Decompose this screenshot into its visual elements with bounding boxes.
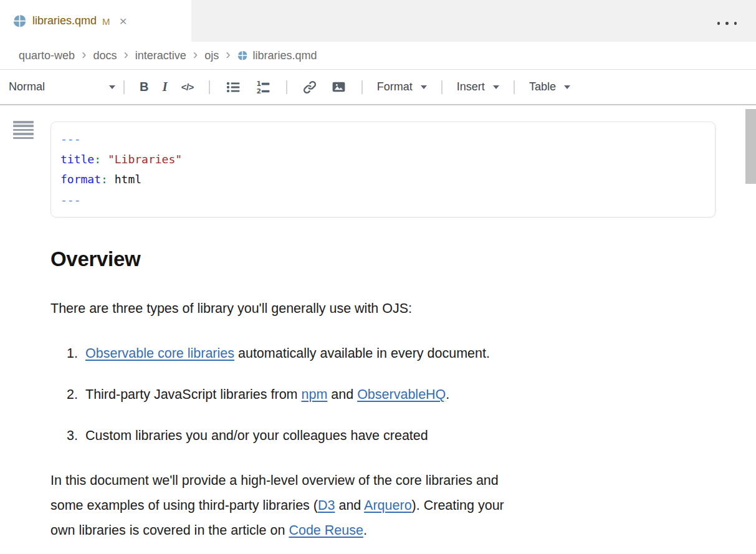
insert-menu-label: Insert	[457, 80, 485, 93]
inline-code-button[interactable]: </>	[181, 82, 194, 92]
table-menu[interactable]: Table	[529, 80, 570, 93]
list-item-third-party[interactable]: Third-party JavaScript libraries from np…	[82, 382, 756, 407]
list-item-text: automatically available in every documen…	[234, 346, 490, 361]
list-item-text: .	[446, 387, 449, 402]
tab-libraries-qmd[interactable]: libraries.qmd M ×	[0, 0, 191, 42]
scrollbar-thumb[interactable]	[745, 109, 756, 184]
quarto-icon	[13, 14, 26, 27]
breadcrumb-item-docs[interactable]: docs	[93, 49, 117, 62]
image-button[interactable]	[331, 79, 347, 95]
yaml-front-matter-block[interactable]: --- title: "Libraries" format: html ---	[50, 122, 715, 217]
paragraph-style-value: Normal	[9, 80, 45, 93]
closing-paragraph[interactable]: In this document we'll provide a high-le…	[50, 468, 699, 543]
dot	[734, 22, 737, 25]
chevron-down-icon	[493, 85, 499, 89]
chevron-down-icon	[109, 85, 115, 89]
quarto-icon	[237, 50, 247, 60]
toolbar-divider	[361, 80, 363, 94]
svg-text:2: 2	[256, 87, 261, 95]
toolbar-divider	[441, 80, 443, 94]
list-item-core-libraries[interactable]: Observable core libraries automatically …	[82, 341, 756, 366]
editor-content: --- title: "Libraries" format: html --- …	[0, 105, 756, 554]
chevron-right-icon: ›	[193, 47, 198, 65]
link-code-reuse[interactable]: Code Reuse	[289, 523, 363, 538]
paragraph-style-dropdown[interactable]: Normal	[9, 80, 115, 93]
dot	[717, 22, 720, 25]
insert-menu[interactable]: Insert	[457, 80, 499, 93]
format-menu-label: Format	[377, 80, 413, 93]
tab-title: libraries.qmd	[32, 14, 97, 27]
yaml-line: ---	[60, 190, 706, 211]
paragraph-text: and	[335, 498, 364, 513]
bullet-list-button[interactable]	[225, 79, 241, 95]
link-button[interactable]	[302, 80, 317, 95]
bullet-list-icon	[225, 79, 241, 95]
close-icon[interactable]: ×	[120, 14, 127, 27]
link-observablehq[interactable]: ObservableHQ	[357, 387, 446, 402]
chevron-down-icon	[564, 85, 570, 89]
formatting-toolbar: Normal B I </> 1 2	[0, 70, 756, 105]
modified-badge: M	[102, 15, 110, 27]
toolbar-divider	[514, 80, 515, 94]
chevron-right-icon: ›	[82, 47, 86, 65]
heading-overview[interactable]: Overview	[50, 247, 756, 271]
toolbar-divider	[209, 80, 210, 94]
italic-button[interactable]: I	[162, 79, 167, 95]
image-icon	[331, 79, 347, 95]
link-observable-core-libraries[interactable]: Observable core libraries	[85, 346, 234, 361]
link-d3[interactable]: D3	[318, 498, 335, 513]
yaml-line: format: html	[60, 170, 706, 190]
breadcrumb-item-interactive[interactable]: interactive	[135, 49, 186, 62]
format-menu[interactable]: Format	[377, 80, 427, 93]
tab-bar: libraries.qmd M ×	[0, 0, 756, 42]
intro-paragraph[interactable]: There are three types of library you'll …	[50, 296, 756, 321]
table-menu-label: Table	[529, 80, 556, 93]
toolbar-divider	[286, 80, 287, 94]
intro-text: There are three types of library you'll …	[50, 301, 412, 316]
chevron-right-icon: ›	[226, 47, 230, 65]
library-types-list: Observable core libraries automatically …	[50, 341, 756, 448]
dot	[725, 22, 729, 25]
chevron-down-icon	[421, 85, 427, 89]
list-item-text: Third-party JavaScript libraries from	[85, 387, 301, 402]
link-npm[interactable]: npm	[301, 387, 327, 402]
list-item-text: and	[327, 387, 357, 402]
breadcrumb: quarto-web › docs › interactive › ojs › …	[0, 42, 756, 70]
numbered-list-button[interactable]: 1 2	[255, 79, 271, 95]
toolbar-divider	[123, 80, 125, 94]
list-item-text: Custom libraries you and/or your colleag…	[85, 428, 428, 443]
bold-button[interactable]: B	[140, 80, 148, 94]
numbered-list-icon: 1 2	[255, 79, 271, 95]
link-icon	[302, 80, 317, 95]
visual-editor-window: libraries.qmd M × quarto-web › docs › in…	[0, 0, 756, 554]
paragraph-text: .	[363, 523, 367, 538]
breadcrumb-item-file[interactable]: libraries.qmd	[252, 49, 317, 62]
chevron-right-icon: ›	[123, 47, 128, 65]
link-arquero[interactable]: Arquero	[364, 498, 412, 513]
block-drag-handle-icon[interactable]	[13, 121, 34, 141]
list-item-custom-libraries[interactable]: Custom libraries you and/or your colleag…	[82, 423, 756, 448]
yaml-line: ---	[60, 129, 706, 150]
breadcrumb-item-quarto-web[interactable]: quarto-web	[19, 49, 75, 62]
breadcrumb-item-ojs[interactable]: ojs	[204, 49, 219, 62]
yaml-line: title: "Libraries"	[60, 150, 706, 170]
more-actions-icon[interactable]	[715, 19, 740, 27]
